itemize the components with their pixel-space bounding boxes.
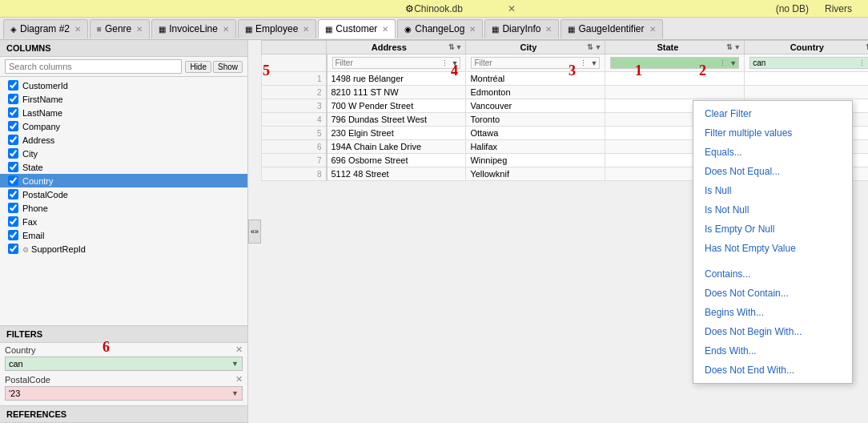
tab-diagram-#2[interactable]: ◈Diagram #2✕	[3, 19, 88, 38]
state-sort-icon[interactable]: ⇅	[726, 43, 733, 51]
tab-close-button[interactable]: ✕	[649, 25, 656, 34]
column-checkbox-company[interactable]	[8, 121, 18, 131]
country-filter-cell-options-icon[interactable]: ⋮	[857, 59, 867, 67]
city-filter-input[interactable]	[472, 58, 578, 68]
address-filter-options-icon[interactable]: ⋮	[440, 59, 450, 67]
column-item-postalcode[interactable]: PostalCode	[0, 187, 247, 201]
country-filter-input[interactable]	[6, 357, 228, 370]
tab-changelog[interactable]: ◉ChangeLog✕	[397, 19, 483, 38]
columns-list: CustomerIdFirstNameLastNameCompanyAddres…	[0, 77, 247, 325]
search-columns-input[interactable]	[5, 59, 182, 74]
tab-diaryinfo[interactable]: ▦DiaryInfo✕	[484, 19, 559, 38]
country-filter-close[interactable]: ✕	[235, 344, 243, 355]
address-filter-arrow-icon[interactable]: ▼	[450, 59, 460, 67]
column-item-company[interactable]: Company	[0, 119, 247, 133]
hide-button[interactable]: Hide	[185, 61, 211, 73]
column-item-city[interactable]: City	[0, 147, 247, 160]
menu-item-ends-with[interactable]: Ends With...	[693, 341, 852, 361]
city-filter-arrow-icon[interactable]: ▼	[589, 59, 599, 67]
tab-close-button[interactable]: ✕	[136, 25, 143, 34]
tab-close-button[interactable]: ✕	[469, 25, 476, 34]
tab-icon: ▦	[325, 25, 332, 34]
country-filter-cell-input[interactable]	[750, 58, 857, 68]
state-filter-icon[interactable]: ▼	[733, 43, 741, 51]
filter-address: ⋮ ▼	[327, 54, 466, 72]
state-filter-options-icon[interactable]: ⋮	[717, 59, 728, 67]
row-number: 5	[262, 127, 327, 140]
tab-close-button[interactable]: ✕	[74, 25, 81, 34]
column-checkbox-postalcode[interactable]	[8, 189, 18, 199]
city-filter-icon[interactable]: ▼	[594, 43, 601, 51]
title-close-button[interactable]: ✕	[508, 3, 516, 14]
column-item-lastname[interactable]: LastName	[0, 106, 247, 119]
tab-icon: ▦	[568, 25, 575, 34]
state-filter-arrow-icon[interactable]: ▼	[728, 59, 738, 67]
address-sort-icon[interactable]: ⇅	[448, 43, 455, 51]
tab-customer[interactable]: ▦Customer✕	[318, 19, 396, 38]
country-filter-cell: ⋮ ▼	[749, 57, 868, 69]
column-checkbox-supportrepid[interactable]	[8, 244, 18, 254]
postalcode-filter-arrow[interactable]: ▼	[228, 388, 242, 399]
tab-gaugeidentifier[interactable]: ▦GaugeIdentifier✕	[561, 19, 662, 38]
tab-genre[interactable]: ≡Genre✕	[90, 19, 150, 38]
menu-item-is-null[interactable]: Is Null	[693, 181, 852, 200]
menu-item-is-empty-or-null[interactable]: Is Empty Or Null	[693, 220, 852, 239]
column-item-fax[interactable]: Fax	[0, 215, 247, 228]
column-checkbox-city[interactable]	[8, 148, 18, 159]
address-filter-icon[interactable]: ▼	[456, 43, 463, 51]
address-filter-input[interactable]	[333, 58, 440, 68]
state-filter-input[interactable]	[611, 58, 717, 68]
country-filter-arrow[interactable]: ▼	[228, 358, 242, 369]
tab-close-button[interactable]: ✕	[303, 25, 309, 34]
tab-close-button[interactable]: ✕	[545, 25, 552, 34]
column-item-email[interactable]: Email	[0, 228, 247, 242]
column-item-address[interactable]: Address	[0, 133, 247, 147]
column-label: PostalCode	[22, 190, 68, 199]
column-checkbox-country[interactable]	[8, 175, 18, 186]
column-checkbox-customerid[interactable]	[8, 80, 18, 91]
tab-invoiceline[interactable]: ▦InvoiceLine✕	[151, 19, 236, 38]
column-checkbox-state[interactable]	[8, 162, 18, 172]
show-button[interactable]: Show	[213, 61, 243, 73]
tab-employee[interactable]: ▦Employee✕	[238, 19, 316, 38]
menu-item-is-not-null[interactable]: Is Not Null	[693, 200, 852, 220]
column-checkbox-firstname[interactable]	[8, 94, 18, 104]
tab-close-button[interactable]: ✕	[382, 25, 388, 34]
column-label: Phone	[22, 203, 48, 213]
menu-item-does-not-contain[interactable]: Does Not Contain...	[693, 284, 852, 303]
menu-item-equals[interactable]: Equals...	[693, 143, 852, 162]
menu-item-has-not-empty-value[interactable]: Has Not Empty Value	[693, 239, 852, 258]
city-sort-icon[interactable]: ⇅	[587, 43, 593, 51]
column-checkbox-email[interactable]	[8, 230, 18, 240]
postalcode-filter-input[interactable]	[6, 387, 228, 400]
column-checkbox-fax[interactable]	[8, 216, 18, 227]
column-item-state[interactable]: State	[0, 160, 247, 174]
cell-address: 1498 rue Bélanger	[327, 72, 466, 86]
cell-city: Winnipeg	[466, 154, 605, 167]
column-item-firstname[interactable]: FirstName	[0, 92, 247, 106]
menu-item-clear-filter[interactable]: Clear Filter	[693, 104, 852, 123]
column-item-customerid[interactable]: CustomerId	[0, 79, 247, 92]
menu-item-contains[interactable]: Contains...	[693, 264, 852, 284]
column-checkbox-address[interactable]	[8, 135, 18, 145]
menu-item-does-not-end-with[interactable]: Does Not End With...	[693, 361, 852, 380]
tab-label: GaugeIdentifier	[578, 23, 644, 34]
column-checkbox-phone[interactable]	[8, 203, 18, 213]
city-filter-options-icon[interactable]: ⋮	[578, 59, 589, 67]
cell-address: 796 Dundas Street West	[327, 113, 466, 127]
menu-item-begins-with[interactable]: Begins With...	[693, 303, 852, 322]
column-item-supportrepid[interactable]: ⚙ SupportRepId	[0, 242, 247, 256]
column-checkbox-lastname[interactable]	[8, 107, 18, 118]
menu-item-filter-multiple-values[interactable]: Filter multiple values	[693, 123, 852, 143]
tab-close-button[interactable]: ✕	[223, 25, 229, 34]
menu-item-does-not-begin-with[interactable]: Does Not Begin With...	[693, 322, 852, 341]
column-item-country[interactable]: Country	[0, 174, 247, 187]
column-item-phone[interactable]: Phone	[0, 201, 247, 215]
collapse-sidebar-button[interactable]: «»	[248, 220, 261, 244]
menu-item-does-not-equal[interactable]: Does Not Equal...	[693, 162, 852, 181]
table-row: 2 8210 111 ST NW Edmonton T6G 2C7 +1 (78…	[262, 86, 869, 99]
postalcode-filter-close[interactable]: ✕	[235, 374, 243, 385]
filters-header: FILTERS	[0, 326, 247, 343]
address-filter-cell: ⋮ ▼	[332, 57, 461, 69]
row-number: 8	[262, 167, 327, 181]
